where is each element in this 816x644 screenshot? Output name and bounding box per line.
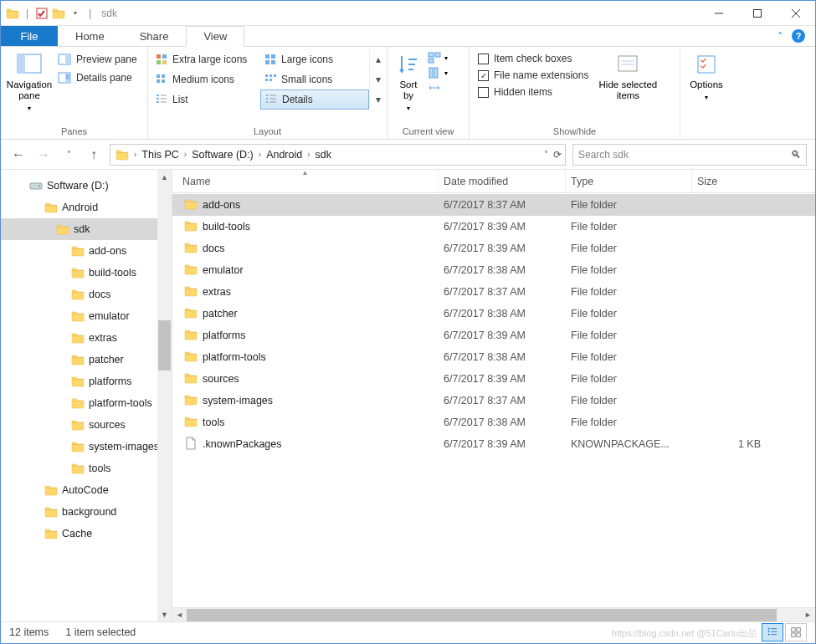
details-view-toggle[interactable]	[762, 623, 783, 641]
preview-pane-button[interactable]: Preview pane	[58, 53, 137, 66]
options-button[interactable]: Options▾	[684, 49, 729, 105]
tree-item[interactable]: sources	[1, 414, 172, 436]
hidden-items-toggle[interactable]: Hidden items	[478, 86, 588, 98]
chevron-right-icon[interactable]: ›	[132, 150, 138, 159]
table-row[interactable]: docs6/7/2017 8:39 AMFile folder	[172, 238, 815, 259]
tree-item[interactable]: sdk	[1, 218, 172, 240]
tree-item[interactable]: platforms	[1, 371, 172, 392]
table-row[interactable]: add-ons6/7/2017 8:37 AMFile folder	[172, 194, 815, 216]
hide-selected-button[interactable]: Hide selected items	[595, 49, 660, 103]
qat-folder-icon[interactable]	[52, 7, 65, 20]
scroll-left-icon[interactable]: ◄	[172, 608, 187, 622]
scrollbar-thumb[interactable]	[187, 609, 777, 621]
tree-item[interactable]: Android	[1, 197, 172, 218]
layout-list[interactable]: List	[151, 89, 260, 110]
folder-icon	[44, 483, 58, 497]
tab-view[interactable]: View	[186, 26, 244, 47]
details-pane-button[interactable]: Details pane	[58, 71, 137, 84]
tree-item[interactable]: patcher	[1, 349, 172, 371]
help-icon[interactable]: ?	[792, 29, 805, 43]
navigation-tree[interactable]: Software (D:)Androidsdkadd-onsbuild-tool…	[1, 170, 172, 621]
tree-item[interactable]: Cache	[1, 523, 172, 544]
crumb-root-icon[interactable]	[114, 148, 131, 161]
folder-icon	[44, 527, 58, 540]
folder-icon	[44, 201, 58, 214]
size-columns-button[interactable]	[428, 81, 448, 95]
table-row[interactable]: patcher6/7/2017 8:38 AMFile folder	[172, 303, 815, 325]
layout-medium[interactable]: Medium icons	[151, 69, 260, 89]
tree-item[interactable]: system-images	[1, 436, 172, 457]
chevron-right-icon[interactable]: ›	[257, 150, 263, 159]
tree-item[interactable]: platform-tools	[1, 392, 172, 414]
search-icon[interactable]: 🔍︎	[791, 149, 801, 161]
column-date[interactable]: Date modified	[439, 170, 566, 192]
tree-item[interactable]: tools	[1, 457, 172, 479]
thumbnails-view-toggle[interactable]	[785, 623, 807, 641]
crumb-android[interactable]: Android	[264, 149, 304, 161]
svg-rect-26	[274, 74, 276, 77]
horizontal-scrollbar[interactable]: ◄ ►	[172, 607, 815, 621]
forward-button[interactable]: →	[34, 146, 53, 164]
layout-details[interactable]: Details	[260, 89, 369, 110]
address-bar[interactable]: › This PC › Software (D:) › Android › sd…	[110, 144, 566, 166]
table-row[interactable]: build-tools6/7/2017 8:39 AMFile folder	[172, 216, 815, 238]
column-size[interactable]: Size	[692, 170, 767, 192]
layout-small[interactable]: Small icons	[260, 69, 369, 89]
layout-extra-large[interactable]: Extra large icons	[151, 49, 260, 69]
maximize-button[interactable]	[738, 1, 777, 26]
table-row[interactable]: tools6/7/2017 8:38 AMFile folder	[172, 411, 815, 433]
tree-item[interactable]: emulator	[1, 305, 172, 327]
tree-item[interactable]: AutoCode	[1, 479, 172, 501]
navigation-pane-button[interactable]: Navigation pane▾	[4, 49, 54, 115]
minimize-button[interactable]	[700, 1, 738, 26]
qat-dropdown-icon[interactable]: ▾	[69, 7, 82, 20]
tree-item[interactable]: build-tools	[1, 262, 172, 284]
table-row[interactable]: platform-tools6/7/2017 8:38 AMFile folde…	[172, 346, 815, 368]
crumb-sdk[interactable]: sdk	[314, 149, 333, 161]
close-button[interactable]	[777, 1, 815, 26]
chevron-right-icon[interactable]: ›	[182, 150, 188, 159]
crumb-this-pc[interactable]: This PC	[140, 149, 180, 161]
column-name[interactable]: ▲Name	[172, 170, 439, 192]
crumb-drive[interactable]: Software (D:)	[190, 149, 255, 161]
table-row[interactable]: extras6/7/2017 8:37 AMFile folder	[172, 281, 815, 303]
folder-icon	[44, 505, 58, 519]
tree-item[interactable]: Software (D:)	[1, 175, 172, 197]
file-list[interactable]: add-ons6/7/2017 8:37 AMFile folderbuild-…	[172, 193, 815, 607]
add-columns-button[interactable]: ▾	[428, 66, 448, 79]
qat-checkbox-icon[interactable]	[35, 7, 49, 20]
chevron-right-icon[interactable]: ›	[305, 150, 311, 159]
tab-home[interactable]: Home	[58, 26, 122, 46]
back-button[interactable]: ←	[9, 146, 28, 164]
layout-large[interactable]: Large icons	[260, 49, 369, 69]
layout-scroll-up[interactable]: ▴	[369, 49, 386, 69]
tree-item[interactable]: docs	[1, 284, 172, 305]
up-button[interactable]: ↑	[85, 146, 103, 164]
tab-file[interactable]: File	[1, 26, 58, 46]
search-input[interactable]: Search sdk 🔍︎	[572, 144, 807, 166]
sort-by-button[interactable]: Sort by▾	[391, 49, 426, 115]
file-type: File folder	[566, 308, 692, 319]
tree-item[interactable]: extras	[1, 327, 172, 349]
address-dropdown-icon[interactable]: ˅	[544, 150, 548, 159]
tree-item[interactable]: add-ons	[1, 240, 172, 262]
group-by-button[interactable]: ▾	[428, 51, 448, 64]
table-row[interactable]: platforms6/7/2017 8:39 AMFile folder	[172, 325, 815, 346]
table-row[interactable]: sources6/7/2017 8:39 AMFile folder	[172, 368, 815, 390]
item-count: 12 items	[9, 626, 49, 638]
tree-scrollbar[interactable]: ▲▼	[157, 170, 172, 621]
file-name-extensions-toggle[interactable]: ✓File name extensions	[478, 69, 588, 81]
tab-share[interactable]: Share	[122, 26, 187, 46]
layout-expand[interactable]: ▾	[369, 89, 386, 110]
column-type[interactable]: Type	[566, 170, 692, 192]
refresh-icon[interactable]: ⟳	[553, 149, 562, 161]
tree-item[interactable]: background	[1, 501, 172, 523]
item-check-boxes-toggle[interactable]: Item check boxes	[478, 53, 588, 64]
table-row[interactable]: .knownPackages6/7/2017 8:39 AMKNOWNPACKA…	[172, 433, 815, 455]
ribbon-collapse-icon[interactable]: ˄	[778, 30, 783, 43]
layout-scroll-down[interactable]: ▾	[369, 69, 386, 89]
table-row[interactable]: emulator6/7/2017 8:38 AMFile folder	[172, 259, 815, 281]
scroll-right-icon[interactable]: ►	[801, 608, 815, 622]
recent-dropdown[interactable]: ˅	[59, 146, 78, 164]
table-row[interactable]: system-images6/7/2017 8:37 AMFile folder	[172, 390, 815, 411]
